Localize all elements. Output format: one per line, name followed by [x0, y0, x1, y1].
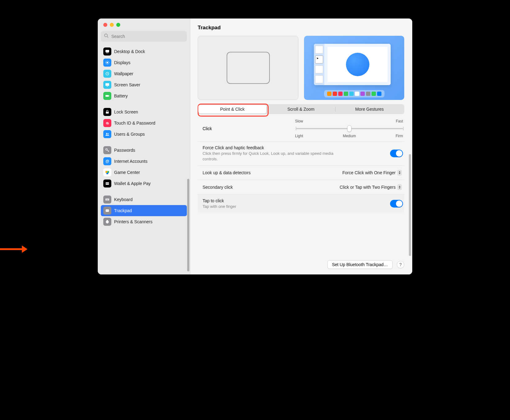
sidebar-item-label: Wallet & Apple Pay	[114, 181, 151, 186]
demo-dock-item	[377, 92, 381, 96]
system-settings-window: Desktop & DockDisplaysWallpaperScreen Sa…	[98, 19, 412, 274]
secondary-click-title: Secondary click	[203, 185, 233, 190]
sidebar-item-label: Internet Accounts	[114, 159, 147, 164]
touchid-icon	[103, 119, 111, 127]
svg-rect-28	[105, 199, 109, 201]
svg-rect-40	[106, 222, 108, 223]
sidebar-item-users-groups[interactable]: Users & Groups	[101, 129, 187, 140]
svg-rect-35	[106, 209, 109, 212]
footer: Set Up Bluetooth Trackpad… ?	[198, 257, 404, 269]
lookup-row: Look up & data detectors Force Click wit…	[198, 166, 404, 180]
sidebar-scrollbar[interactable]	[187, 179, 189, 271]
tab-scroll-zoom[interactable]: Scroll & Zoom	[267, 105, 335, 113]
sidebar-item-wallpaper[interactable]: Wallpaper	[101, 68, 187, 79]
demo-dock	[324, 90, 385, 97]
click-slider-label: Click	[203, 126, 289, 131]
force-click-row: Force Click and haptic feedback Click th…	[198, 142, 404, 166]
window-controls	[101, 23, 187, 31]
sidebar-item-internet-accounts[interactable]: @Internet Accounts	[101, 156, 187, 167]
sidebar-item-label: Lock Screen	[114, 109, 138, 114]
trackpad-icon	[227, 52, 270, 84]
force-click-title: Force Click and haptic feedback	[203, 145, 344, 150]
force-click-toggle[interactable]	[390, 150, 403, 157]
sidebar-item-label: Desktop & Dock	[114, 49, 145, 54]
lookup-value: Force Click with One Finger	[342, 170, 396, 175]
sidebar-item-passwords[interactable]: Passwords	[101, 145, 187, 156]
sidebar-item-label: Keyboard	[114, 197, 133, 202]
lock-icon	[103, 108, 111, 116]
main-panel: Trackpad ➤ Point & Cli	[190, 19, 412, 274]
help-button[interactable]: ?	[397, 261, 404, 268]
setup-bluetooth-button[interactable]: Set Up Bluetooth Trackpad…	[327, 260, 393, 269]
fullscreen-button[interactable]	[116, 23, 120, 27]
main-scrollbar[interactable]	[409, 154, 411, 256]
sidebar-item-trackpad[interactable]: Trackpad	[101, 205, 187, 216]
displays-icon	[103, 59, 111, 67]
tracking-max-label: Fast	[396, 119, 403, 123]
sidebar-item-screen-saver[interactable]: Screen Saver	[101, 79, 187, 90]
svg-rect-33	[108, 199, 109, 199]
tab-more-gestures[interactable]: More Gestures	[335, 105, 404, 113]
svg-point-25	[105, 171, 108, 173]
printer-icon	[103, 218, 111, 226]
tap-to-click-subtitle: Tap with one finger	[203, 204, 236, 209]
lookup-select[interactable]: Force Click with One Finger	[341, 169, 403, 176]
demo-dock-item	[355, 92, 359, 96]
screensaver-icon	[103, 81, 111, 89]
sidebar-item-label: Wallpaper	[114, 71, 134, 76]
svg-point-36	[106, 210, 107, 211]
svg-rect-15	[105, 95, 109, 97]
demo-thumb	[315, 65, 323, 73]
sidebar-item-touch-id-password[interactable]: Touch ID & Password	[101, 117, 187, 129]
sidebar-item-wallet-apple-pay[interactable]: Wallet & Apple Pay	[101, 178, 187, 189]
search-field[interactable]	[101, 31, 187, 42]
click-slider[interactable]	[296, 125, 403, 133]
sidebar-item-lock-screen[interactable]: Lock Screen	[101, 106, 187, 117]
trackpad-icon	[103, 207, 111, 215]
sidebar-item-label: Printers & Scanners	[114, 219, 153, 224]
search-input[interactable]	[111, 34, 184, 39]
gesture-demo-preview: ➤	[304, 36, 404, 100]
svg-point-20	[106, 149, 107, 150]
tab-point-click[interactable]: Point & Click	[198, 105, 266, 113]
close-button[interactable]	[103, 23, 107, 27]
svg-rect-31	[107, 199, 107, 199]
svg-line-10	[108, 61, 109, 61]
sidebar-item-label: Screen Saver	[114, 82, 140, 87]
sidebar-item-keyboard[interactable]: Keyboard	[101, 194, 187, 205]
at-icon: @	[103, 157, 111, 165]
search-icon	[104, 33, 111, 39]
page-title: Trackpad	[198, 25, 404, 31]
tap-to-click-toggle[interactable]	[390, 200, 403, 208]
tracking-min-label: Slow	[295, 119, 303, 123]
desktop-dock-icon	[103, 47, 111, 56]
demo-dock-item	[360, 92, 365, 96]
secondary-click-row: Secondary click Click or Tap with Two Fi…	[198, 180, 404, 195]
click-min-label: Light	[295, 134, 303, 138]
secondary-click-value: Click or Tap with Two Fingers	[339, 185, 396, 190]
svg-rect-1	[106, 53, 109, 53]
chevrons-icon	[397, 184, 402, 190]
svg-line-7	[106, 61, 106, 61]
minimize-button[interactable]	[110, 23, 114, 27]
sidebar-item-desktop-dock[interactable]: Desktop & Dock	[101, 46, 187, 57]
sidebar-item-battery[interactable]: Battery	[101, 90, 187, 101]
secondary-click-select[interactable]: Click or Tap with Two Fingers	[338, 184, 403, 191]
svg-rect-30	[106, 199, 107, 199]
tab-bar: Point & Click Scroll & Zoom More Gesture…	[198, 104, 404, 114]
sidebar-item-printers-scanners[interactable]: Printers & Scanners	[101, 216, 187, 227]
sidebar-item-game-center[interactable]: Game Center	[101, 167, 187, 178]
trackpad-preview	[198, 36, 298, 100]
cursor-icon: ➤	[316, 57, 319, 60]
sidebar-item-label: Trackpad	[114, 208, 132, 213]
demo-circle-icon	[346, 53, 369, 76]
sidebar-item-label: Battery	[114, 93, 128, 98]
chevrons-icon	[397, 170, 402, 175]
sidebar-item-displays[interactable]: Displays	[101, 57, 187, 68]
svg-point-18	[106, 133, 107, 134]
svg-rect-34	[106, 200, 109, 200]
svg-point-19	[108, 133, 109, 134]
svg-rect-39	[106, 220, 108, 221]
slider-knob[interactable]	[347, 125, 352, 132]
tap-to-click-title: Tap to click	[203, 198, 236, 203]
